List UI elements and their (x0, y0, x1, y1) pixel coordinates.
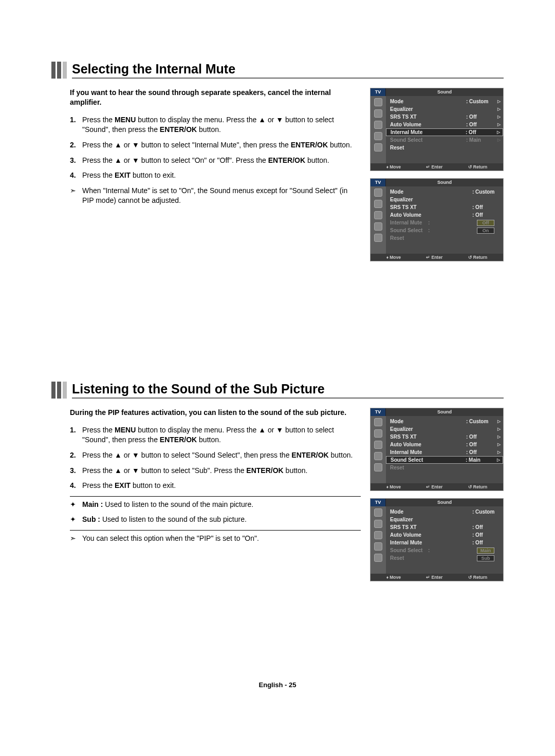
setup-icon (374, 132, 382, 140)
osd-item-selected: Internal Mute: Off▷ (386, 128, 503, 136)
step-text: Press the ▲ or ▼ button to select "On" o… (82, 156, 361, 166)
divider (70, 530, 361, 531)
return-hint: ↺ Return (468, 164, 487, 169)
step-text: Press the MENU button to display the men… (82, 115, 361, 135)
option-sub: Sub (477, 555, 494, 561)
osd-tv-label: TV (371, 88, 386, 96)
step-text: Press the ▲ or ▼ button to select "Inter… (82, 140, 361, 150)
osd-item-selected: Sound Select: Main▷ (386, 456, 503, 464)
section-title: Selecting the Internal Mute (72, 62, 504, 79)
note-text: You can select this option when the "PIP… (82, 534, 259, 544)
section-internal-mute: Selecting the Internal Mute If you want … (51, 62, 504, 269)
sound-icon (374, 109, 382, 118)
channel-icon (374, 121, 382, 129)
steps-list: 1.Press the MENU button to display the m… (70, 115, 361, 181)
section-title: Listening to the Sound of the Sub Pictur… (72, 382, 504, 399)
osd-column: TV Sound Mode: Custom▷ Equalizer▷ SRS (370, 88, 504, 269)
diamond-icon: ✦ (70, 500, 82, 510)
option-on: On (477, 228, 494, 234)
option-off: Off (477, 220, 494, 226)
osd-panel-sound-2: TV Sound Mode: Custom Equalizer SRS TS X… (370, 178, 504, 261)
intro-text: During the PIP features activation, you … (70, 408, 361, 418)
osd-panel-sound-1: TV Sound Mode: Custom▷ Equalizer▷ SRS (370, 88, 504, 171)
step-text: Press the EXIT button to exit. (82, 171, 361, 181)
section-title-wrap: Selecting the Internal Mute (51, 62, 504, 79)
osd-menu: Mode: Custom▷ Equalizer▷ SRS TS XT: Off▷… (386, 96, 503, 163)
arrow-icon: ➣ (70, 186, 82, 206)
osd-panel-sound-4: TV Sound Mode: Custom Equalizer SRS TS X… (370, 498, 504, 581)
osd-title: Sound (386, 88, 503, 96)
diamond-icon: ✦ (70, 515, 82, 525)
page-footer: English - 25 (51, 681, 504, 689)
note-text: When "Internal Mute" is set to "On", the… (82, 186, 361, 206)
osd-footer: ♦ Move ↵ Enter ↺ Return (371, 163, 503, 171)
divider (70, 496, 361, 497)
title-bars (51, 62, 67, 79)
osd-sidebar-icons (371, 96, 386, 163)
intro-text: If you want to hear the sound through se… (70, 88, 361, 107)
enter-hint: ↵ Enter (426, 164, 442, 169)
text-column: If you want to hear the sound through se… (70, 88, 361, 269)
note-row: ➣ When "Internal Mute" is set to "On", t… (70, 186, 361, 206)
section-sub-picture-sound: Listening to the Sound of the Sub Pictur… (51, 382, 504, 589)
option-main: Main (477, 547, 494, 554)
arrow-icon: ➣ (70, 534, 82, 544)
input-icon (374, 143, 382, 152)
picture-icon (374, 98, 382, 106)
move-hint: ♦ Move (386, 164, 401, 169)
osd-panel-sound-3: TV Sound Mode: Custom▷ Equalizer▷ SRS TS… (370, 408, 504, 491)
